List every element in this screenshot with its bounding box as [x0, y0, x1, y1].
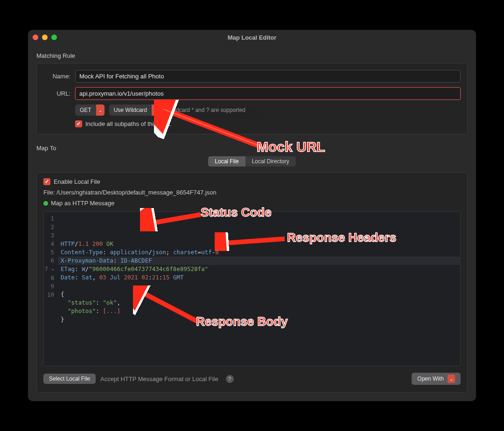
open-with-label: Open With [417, 375, 444, 382]
titlebar: Map Local Editor [28, 30, 476, 45]
method-select[interactable]: GET ⌄ [75, 104, 105, 116]
file-path: /Users/nghiatran/Desktop/default_message… [56, 189, 217, 196]
tab-local-directory[interactable]: Local Directory [245, 156, 296, 167]
line-number: 6 [44, 257, 54, 265]
code-area[interactable]: HTTP/1.1 200 OK Content-Type: applicatio… [58, 212, 460, 366]
method-select-value: GET [75, 107, 96, 113]
enable-local-file-checkbox[interactable]: ✓ [43, 178, 50, 185]
app-window: Map Local Editor Matching Rule Name: URL… [28, 30, 476, 401]
line-number: 1 [44, 215, 54, 223]
file-label: File: [43, 189, 55, 196]
status-dot-icon [43, 201, 48, 206]
name-input[interactable] [75, 70, 461, 83]
window-title: Map Local Editor [28, 34, 476, 41]
gutter: 1 2 3 4 5 6 7 ▾ 8 9 10 [44, 212, 58, 366]
chevron-down-icon: ⌄ [448, 375, 455, 383]
help-icon[interactable]: ? [226, 375, 234, 383]
include-subpaths-label: Include all subpaths of this URL [85, 120, 171, 127]
url-label: URL: [43, 90, 75, 97]
line-number: 5 [44, 248, 54, 257]
enable-local-file-label: Enable Local File [54, 178, 100, 185]
line-number: 8 [44, 274, 54, 282]
line-number: 3 [44, 231, 54, 240]
wildcard-select[interactable]: Use Wildcard ⌄ [109, 104, 160, 116]
fold-icon[interactable]: ▾ [52, 267, 54, 272]
url-input[interactable] [75, 87, 461, 100]
open-with-button[interactable]: Open With ⌄ [412, 373, 461, 385]
line-number: 7 [45, 265, 49, 272]
select-local-file-button[interactable]: Select Local File [43, 374, 96, 384]
map-as-http-label: Map as HTTP Message [51, 200, 114, 207]
wildcard-select-value: Use Wildcard [109, 107, 152, 113]
name-label: Name: [43, 73, 75, 80]
line-number: 9 [44, 282, 54, 291]
tab-local-file[interactable]: Local File [208, 156, 245, 167]
map-to-panel: ✓ Enable Local File File: /Users/nghiatr… [36, 172, 468, 393]
http-editor[interactable]: 1 2 3 4 5 6 7 ▾ 8 9 10 HTTP/1.1 200 OK C… [43, 211, 461, 366]
matching-rule-heading: Matching Rule [36, 52, 468, 59]
line-number: 2 [44, 223, 54, 231]
bottom-hint: Accept HTTP Message Format or Local File [100, 375, 218, 382]
line-number: 10 [44, 291, 54, 299]
chevron-updown-icon: ⌄ [96, 104, 105, 116]
map-to-heading: Map To [36, 145, 468, 152]
wildcard-hint: wildcard * and ? are supported [169, 107, 245, 113]
matching-rule-panel: Name: URL: GET ⌄ Use Wildcard ⌄ wildcard… [36, 63, 468, 134]
line-number: 4 [44, 240, 54, 248]
select-local-file-label: Select Local File [49, 375, 90, 382]
map-to-segmented: Local File Local Directory [208, 156, 295, 167]
include-subpaths-checkbox[interactable]: ✓ [75, 120, 82, 127]
chevron-updown-icon: ⌄ [152, 104, 160, 116]
